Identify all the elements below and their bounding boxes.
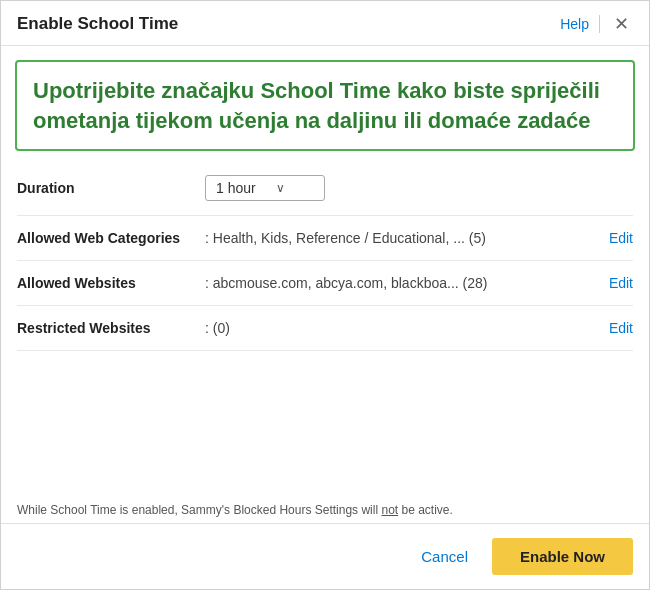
- notice: While School Time is enabled, Sammy's Bl…: [1, 493, 649, 523]
- banner-text: Upotrijebite značajku School Time kako b…: [33, 78, 600, 133]
- allowed-websites-label: Allowed Websites: [17, 275, 197, 291]
- chevron-down-icon: ∨: [276, 181, 285, 195]
- cancel-button[interactable]: Cancel: [409, 542, 480, 571]
- restricted-websites-edit[interactable]: Edit: [609, 320, 633, 336]
- header-divider: [599, 15, 600, 33]
- dialog-header: Enable School Time Help ✕: [1, 1, 649, 46]
- help-link[interactable]: Help: [560, 16, 589, 32]
- duration-row: Duration 1 hour ∨: [17, 161, 633, 216]
- notice-text-before: While School Time is enabled, Sammy's Bl…: [17, 503, 378, 517]
- school-time-banner: Upotrijebite značajku School Time kako b…: [15, 60, 635, 151]
- close-button[interactable]: ✕: [610, 13, 633, 35]
- allowed-web-categories-edit[interactable]: Edit: [609, 230, 633, 246]
- allowed-web-categories-value: : Health, Kids, Reference / Educational,…: [205, 230, 593, 246]
- dialog-footer: Cancel Enable Now: [1, 523, 649, 589]
- restricted-websites-row: Restricted Websites : (0) Edit: [17, 306, 633, 351]
- allowed-web-categories-row: Allowed Web Categories : Health, Kids, R…: [17, 216, 633, 261]
- dialog-body: Upotrijebite značajku School Time kako b…: [1, 46, 649, 523]
- header-right: Help ✕: [560, 13, 633, 35]
- allowed-websites-edit[interactable]: Edit: [609, 275, 633, 291]
- enable-now-button[interactable]: Enable Now: [492, 538, 633, 575]
- allowed-websites-row: Allowed Websites : abcmouse.com, abcya.c…: [17, 261, 633, 306]
- dialog-title: Enable School Time: [17, 14, 178, 34]
- duration-select[interactable]: 1 hour ∨: [205, 175, 325, 201]
- allowed-web-categories-label: Allowed Web Categories: [17, 230, 197, 246]
- notice-text-not: not: [381, 503, 398, 517]
- duration-label: Duration: [17, 180, 197, 196]
- enable-school-time-dialog: Enable School Time Help ✕ Upotrijebite z…: [0, 0, 650, 590]
- settings-section: Duration 1 hour ∨ Allowed Web Categories…: [1, 161, 649, 493]
- allowed-websites-value: : abcmouse.com, abcya.com, blackboa... (…: [205, 275, 593, 291]
- restricted-websites-label: Restricted Websites: [17, 320, 197, 336]
- duration-value: 1 hour: [216, 180, 256, 196]
- restricted-websites-value: : (0): [205, 320, 593, 336]
- notice-text-after: be active.: [401, 503, 452, 517]
